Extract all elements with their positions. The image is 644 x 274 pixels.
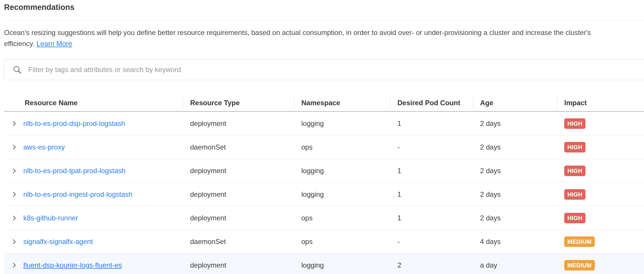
impact-cell: HIGH (557, 159, 644, 182)
resource-name-link[interactable]: nlb-to-es-prod-ingest-prod-logstash (23, 190, 132, 199)
table-row: k8s-github-runnerdeploymentops12 daysHIG… (4, 206, 644, 230)
impact-badge: HIGH (564, 166, 585, 176)
description-text: Ocean's resizing suggestions will help y… (4, 27, 644, 49)
pod-count-cell: 1 (390, 112, 473, 135)
description-line2: efficiency. (4, 40, 35, 48)
title-divider (4, 20, 644, 21)
resource-name-link[interactable]: nlb-to-es-prod-dsp-prod-logstash (23, 120, 125, 128)
pod-count-cell: 2 (390, 254, 473, 274)
age-cell: a day (473, 254, 557, 274)
search-icon (13, 65, 22, 74)
recommendations-table: Resource NameResource TypeNamespaceDesir… (4, 95, 644, 274)
table-row: signalfx-signalfx-agentdaemonSetops-4 da… (4, 230, 644, 254)
age-cell: 4 days (473, 230, 557, 253)
resource-name-cell: fluent-dsp-kourier-logs-fluent-es (4, 254, 183, 274)
impact-badge: HIGH (564, 142, 585, 152)
column-separator (294, 98, 294, 108)
age-cell: 2 days (473, 206, 557, 230)
impact-cell: MEDIUM (557, 230, 644, 253)
namespace-cell: logging (294, 254, 390, 274)
resource-name-link[interactable]: fluent-dsp-kourier-logs-fluent-es (23, 261, 122, 269)
learn-more-link[interactable]: Learn More (36, 40, 72, 48)
resource-type-cell: deployment (183, 159, 294, 182)
description-line1: Ocean's resizing suggestions will help y… (4, 29, 591, 36)
resource-type-cell: deployment (183, 254, 294, 274)
namespace-cell: logging (294, 183, 390, 206)
column-header-impact: Impact (557, 95, 644, 111)
namespace-cell: ops (294, 206, 390, 230)
column-header-label: Resource Name (25, 99, 77, 107)
resource-name-cell: signalfx-signalfx-agent (4, 230, 183, 253)
namespace-cell: ops (294, 136, 390, 159)
impact-badge: MEDIUM (564, 260, 595, 271)
pod-count-cell: 1 (390, 183, 473, 206)
resource-type-cell: deployment (183, 183, 294, 206)
column-header-namespace: Namespace (294, 95, 390, 111)
resource-name-link[interactable]: k8s-github-runner (23, 214, 78, 222)
impact-badge: HIGH (564, 118, 585, 129)
column-header-label: Desired Pod Count (397, 99, 460, 107)
pod-count-cell: 1 (390, 159, 473, 182)
chevron-right-icon[interactable] (11, 262, 17, 268)
column-separator (390, 98, 390, 108)
column-header-label: Resource Type (190, 99, 240, 107)
age-cell: 2 days (473, 112, 557, 135)
chevron-right-icon[interactable] (11, 191, 17, 198)
age-cell: 2 days (473, 136, 557, 159)
namespace-cell: logging (294, 159, 390, 182)
impact-cell: HIGH (557, 136, 644, 159)
age-cell: 2 days (473, 183, 557, 206)
recommendations-page: Recommendations Ocean's resizing suggest… (0, 0, 644, 274)
impact-badge: HIGH (564, 213, 585, 223)
table-row: fluent-dsp-kourier-logs-fluent-esdeploym… (4, 254, 644, 274)
resource-type-cell: daemonSet (183, 136, 294, 159)
chevron-right-icon[interactable] (11, 120, 17, 127)
resource-name-link[interactable]: signalfx-signalfx-agent (23, 238, 93, 246)
resource-name-cell: k8s-github-runner (4, 206, 183, 230)
table-header: Resource NameResource TypeNamespaceDesir… (4, 95, 644, 112)
column-header-label: Impact (564, 99, 587, 107)
chevron-right-icon[interactable] (11, 238, 17, 245)
namespace-cell: ops (294, 230, 390, 253)
table-row: nlb-to-es-prod-dsp-prod-logstashdeployme… (4, 112, 644, 136)
chevron-right-icon[interactable] (11, 168, 17, 174)
resource-name-link[interactable]: nlb-to-es-prod-tpat-prod-logstash (23, 167, 125, 175)
resource-name-link[interactable]: aws-es-proxy (23, 143, 65, 151)
filter-search-box[interactable] (4, 59, 644, 80)
table-row: aws-es-proxydaemonSetops-2 daysHIGH (4, 136, 644, 159)
resource-name-cell: nlb-to-es-prod-tpat-prod-logstash (4, 159, 183, 182)
resource-type-cell: daemonSet (183, 230, 294, 253)
impact-cell: HIGH (557, 206, 644, 230)
pod-count-cell: 1 (390, 206, 473, 230)
impact-cell: HIGH (557, 112, 644, 135)
impact-badge: MEDIUM (564, 236, 595, 247)
impact-cell: MEDIUM (557, 254, 644, 274)
column-separator (473, 98, 473, 108)
pod-count-cell: - (390, 136, 473, 159)
column-header-label: Age (480, 99, 493, 107)
chevron-right-icon[interactable] (11, 144, 17, 150)
pod-count-cell: - (390, 230, 473, 253)
column-separator (557, 98, 557, 108)
chevron-right-icon[interactable] (11, 215, 17, 221)
namespace-cell: logging (294, 112, 390, 135)
column-header-type: Resource Type (183, 95, 294, 111)
table-row: nlb-to-es-prod-ingest-prod-logstashdeplo… (4, 183, 644, 206)
impact-cell: HIGH (557, 183, 644, 206)
column-separator (183, 98, 183, 108)
table-body: nlb-to-es-prod-dsp-prod-logstashdeployme… (4, 112, 644, 274)
resource-name-cell: nlb-to-es-prod-dsp-prod-logstash (4, 112, 183, 135)
resource-name-cell: aws-es-proxy (4, 136, 183, 159)
table-row: nlb-to-es-prod-tpat-prod-logstashdeploym… (4, 159, 644, 183)
column-header-age: Age (473, 95, 557, 111)
age-cell: 2 days (473, 159, 557, 182)
column-header-label: Namespace (301, 99, 340, 107)
column-header-name: Resource Name (4, 95, 183, 111)
column-header-pods: Desired Pod Count (390, 95, 473, 111)
filter-search-input[interactable] (28, 65, 644, 74)
page-title: Recommendations (4, 0, 644, 12)
resource-type-cell: deployment (183, 206, 294, 230)
resource-name-cell: nlb-to-es-prod-ingest-prod-logstash (4, 183, 183, 206)
impact-badge: HIGH (564, 189, 585, 200)
resource-type-cell: deployment (183, 112, 294, 135)
